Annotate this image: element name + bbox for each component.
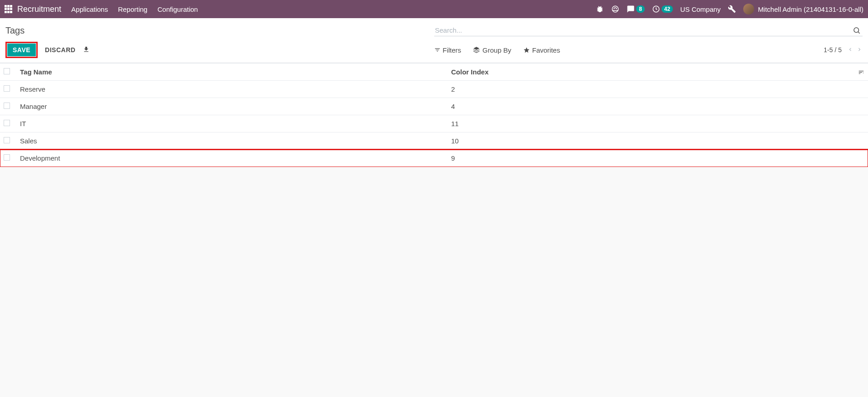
nav-reporting[interactable]: Reporting: [118, 5, 147, 13]
columns-settings-icon[interactable]: [858, 69, 864, 75]
activities-icon[interactable]: 42: [652, 5, 673, 13]
cell-name[interactable]: Sales: [16, 132, 447, 150]
table-row[interactable]: Development 9: [0, 150, 868, 167]
row-checkbox[interactable]: [4, 137, 10, 143]
favorites-button[interactable]: Favorites: [523, 46, 560, 54]
cell-name[interactable]: Development: [16, 150, 447, 167]
svg-line-4: [858, 32, 859, 33]
activities-badge: 42: [662, 5, 673, 13]
apps-icon[interactable]: [5, 5, 13, 13]
table-header-row: Tag Name Color Index: [0, 64, 868, 81]
row-checkbox[interactable]: [4, 120, 10, 126]
breadcrumb: Tags: [5, 25, 434, 36]
pager-text[interactable]: 1-5 / 5: [824, 46, 842, 54]
pager-prev-icon[interactable]: [847, 46, 853, 54]
messages-badge: 8: [636, 5, 645, 13]
navbar: Recruitment Applications Reporting Confi…: [0, 0, 868, 18]
search-wrap: [434, 25, 863, 36]
cell-color[interactable]: 4: [447, 98, 854, 115]
pager-next-icon[interactable]: [856, 46, 863, 54]
table-row[interactable]: Sales 10: [0, 132, 868, 150]
cell-name[interactable]: Manager: [16, 98, 447, 115]
save-button[interactable]: SAVE: [7, 44, 36, 56]
cell-name[interactable]: IT: [16, 115, 447, 132]
search-options: Filters Group By Favorites 1-5 / 5: [434, 46, 863, 54]
avatar: [743, 4, 754, 15]
row-checkbox[interactable]: [4, 154, 10, 161]
save-highlight: SAVE: [5, 42, 38, 58]
cell-color[interactable]: 11: [447, 115, 854, 132]
messages-icon[interactable]: 8: [627, 5, 645, 13]
company-selector[interactable]: US Company: [680, 5, 721, 13]
favorites-label: Favorites: [532, 46, 560, 54]
tags-table: Tag Name Color Index Reserve 2 Manager 4…: [0, 63, 868, 167]
discard-button[interactable]: DISCARD: [43, 44, 77, 56]
col-name-header[interactable]: Tag Name: [16, 64, 447, 81]
groupby-button[interactable]: Group By: [473, 46, 511, 54]
export-icon[interactable]: [83, 46, 90, 54]
search-icon[interactable]: [851, 26, 863, 34]
table-row[interactable]: Reserve 2: [0, 81, 868, 98]
filters-button[interactable]: Filters: [434, 46, 461, 54]
brand[interactable]: Recruitment: [17, 5, 61, 14]
filters-label: Filters: [443, 46, 461, 54]
tools-icon[interactable]: [728, 5, 736, 13]
support-icon[interactable]: [611, 5, 619, 13]
select-all-checkbox[interactable]: [4, 68, 10, 74]
control-panel: Tags SAVE DISCARD Filters Group B: [0, 18, 868, 63]
cell-name[interactable]: Reserve: [16, 81, 447, 98]
groupby-label: Group By: [482, 46, 511, 54]
table-row[interactable]: Manager 4: [0, 98, 868, 115]
user-name: Mitchell Admin (21404131-16-0-all): [758, 5, 863, 13]
row-checkbox[interactable]: [4, 85, 10, 92]
col-color-header[interactable]: Color Index: [447, 64, 854, 81]
pager: 1-5 / 5: [824, 46, 863, 54]
navbar-left: Recruitment Applications Reporting Confi…: [5, 5, 208, 14]
left-actions: SAVE DISCARD: [5, 42, 434, 58]
row-checkbox[interactable]: [4, 103, 10, 109]
svg-point-0: [612, 6, 618, 12]
search-input[interactable]: [434, 25, 851, 36]
navbar-right: 8 42 US Company Mitchell Admin (21404131…: [596, 4, 863, 15]
cell-color[interactable]: 9: [447, 150, 854, 167]
debug-icon[interactable]: [596, 5, 604, 13]
cell-color[interactable]: 10: [447, 132, 854, 150]
cell-color[interactable]: 2: [447, 81, 854, 98]
nav-applications[interactable]: Applications: [71, 5, 108, 13]
svg-point-3: [854, 28, 859, 33]
nav-configuration[interactable]: Configuration: [157, 5, 198, 13]
table-row[interactable]: IT 11: [0, 115, 868, 132]
user-menu[interactable]: Mitchell Admin (21404131-16-0-all): [743, 4, 863, 15]
